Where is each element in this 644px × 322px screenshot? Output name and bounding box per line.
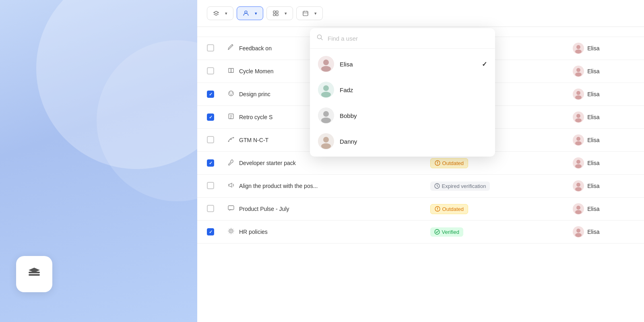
status-badge: Verified <box>430 227 463 237</box>
svg-point-45 <box>576 229 580 233</box>
owner-chevron: ▾ <box>255 11 257 16</box>
popular-docs-button[interactable]: ▾ <box>207 6 233 20</box>
svg-point-26 <box>231 139 232 140</box>
owner-name: Elisa <box>587 91 599 97</box>
owner-cell: Elisa <box>566 106 644 129</box>
person-icon <box>243 10 249 17</box>
status-cell: Verified <box>424 221 567 244</box>
user-avatar <box>318 56 334 72</box>
owner-name: Elisa <box>587 114 599 120</box>
user-item[interactable]: Elisa ✓ <box>310 51 495 77</box>
avatar <box>573 89 584 100</box>
channels-chevron: ▾ <box>285 11 287 16</box>
user-name: Elisa <box>340 61 476 68</box>
user-avatar <box>318 107 334 124</box>
owner-filter-button[interactable]: ▾ <box>237 6 263 20</box>
svg-rect-7 <box>303 11 308 16</box>
svg-point-33 <box>576 160 580 164</box>
status-cell: Expired verification <box>424 175 567 198</box>
selected-checkmark: ✓ <box>482 60 487 68</box>
row-checkbox[interactable] <box>207 159 214 167</box>
doc-name: Align the product with the pos... <box>239 183 318 189</box>
row-checkbox[interactable] <box>207 44 214 52</box>
svg-point-32 <box>437 164 438 165</box>
doc-type-icon <box>227 182 235 190</box>
search-icon <box>316 34 324 43</box>
row-checkbox[interactable] <box>207 182 214 189</box>
svg-point-40 <box>437 210 438 211</box>
svg-point-36 <box>576 183 580 187</box>
calendar-icon <box>302 10 309 17</box>
svg-point-43 <box>230 230 232 232</box>
doc-type-icon <box>227 159 235 167</box>
owner-cell: Elisa <box>566 175 644 198</box>
row-checkbox[interactable] <box>207 67 214 74</box>
owner-name: Elisa <box>587 206 599 212</box>
svg-point-19 <box>576 91 580 95</box>
avatar <box>573 203 584 215</box>
svg-point-16 <box>231 94 231 95</box>
last-month-button[interactable]: ▾ <box>296 6 323 20</box>
doc-name: Developer starter pack <box>239 160 296 166</box>
find-user-input[interactable] <box>328 35 489 42</box>
owner-cell: Elisa <box>566 60 644 83</box>
svg-point-49 <box>323 60 329 65</box>
doc-type-icon <box>227 136 235 144</box>
user-item[interactable]: Fadz <box>310 77 495 103</box>
checkbox-cell <box>197 60 221 83</box>
user-dropdown: Elisa ✓ Fadz Bobby Danny <box>310 28 495 157</box>
svg-rect-5 <box>273 14 275 16</box>
doc-name: Feedback on <box>239 45 272 52</box>
checkbox-cell <box>197 83 221 106</box>
table-row: Align the product with the pos... Expire… <box>197 175 644 198</box>
popular-docs-chevron: ▾ <box>225 11 227 16</box>
checkbox-cell <box>197 37 221 60</box>
checkbox-cell <box>197 221 221 244</box>
avatar <box>573 180 584 192</box>
owner-col-header <box>566 27 644 37</box>
svg-point-42 <box>575 210 582 214</box>
status-badge: Outdated <box>430 158 469 168</box>
checkbox-cell <box>197 106 221 129</box>
doc-name: HR policies <box>239 229 268 235</box>
svg-point-9 <box>575 50 582 54</box>
user-item[interactable]: Bobby <box>310 103 495 128</box>
user-name: Danny <box>340 138 487 145</box>
user-list: Elisa ✓ Fadz Bobby Danny <box>310 49 495 157</box>
svg-point-27 <box>233 137 234 138</box>
row-checkbox[interactable] <box>207 205 214 212</box>
svg-point-12 <box>575 72 582 76</box>
user-item[interactable]: Danny <box>310 128 495 154</box>
svg-point-41 <box>576 206 580 210</box>
owner-name: Elisa <box>587 137 599 143</box>
checkbox-cell <box>197 152 221 175</box>
svg-point-14 <box>229 93 230 93</box>
doc-name: Design princ <box>239 91 270 97</box>
right-panel: ▾ ▾ ▾ ▾ <box>197 0 644 322</box>
row-checkbox[interactable] <box>207 114 214 121</box>
row-checkbox[interactable] <box>207 136 214 143</box>
checkbox-cell <box>197 198 221 221</box>
owner-cell: Elisa <box>566 37 644 60</box>
table-row: HR policies VerifiedElisa <box>197 221 644 244</box>
checkbox-cell <box>197 129 221 152</box>
status-cell: Outdated <box>424 198 567 221</box>
doc-type-icon <box>227 204 235 213</box>
svg-rect-3 <box>273 11 275 13</box>
avatar <box>573 43 584 54</box>
owner-name: Elisa <box>587 183 599 189</box>
all-channels-button[interactable]: ▾ <box>266 6 293 20</box>
avatar <box>573 111 584 123</box>
status-badge: Expired verification <box>430 182 490 191</box>
svg-point-20 <box>575 95 582 99</box>
row-checkbox[interactable] <box>207 91 214 98</box>
doc-cell: HR policies <box>221 221 424 244</box>
toolbar: ▾ ▾ ▾ ▾ <box>197 0 644 27</box>
svg-point-8 <box>576 45 580 49</box>
doc-type-icon <box>227 227 235 236</box>
row-checkbox[interactable] <box>207 228 214 235</box>
avatar <box>573 134 584 146</box>
checkbox-cell <box>197 175 221 198</box>
layers-icon <box>25 265 43 283</box>
svg-point-56 <box>321 118 331 123</box>
